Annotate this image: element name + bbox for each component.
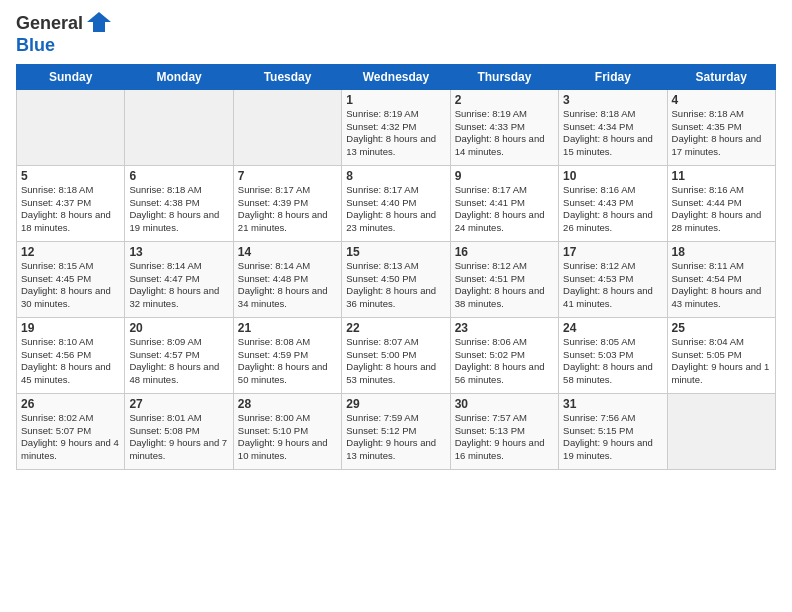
day-number: 19 [21, 321, 120, 335]
calendar-cell: 12Sunrise: 8:15 AM Sunset: 4:45 PM Dayli… [17, 241, 125, 317]
calendar-cell: 30Sunrise: 7:57 AM Sunset: 5:13 PM Dayli… [450, 393, 558, 469]
day-info: Sunrise: 8:08 AM Sunset: 4:59 PM Dayligh… [238, 336, 337, 387]
day-number: 7 [238, 169, 337, 183]
calendar-cell: 29Sunrise: 7:59 AM Sunset: 5:12 PM Dayli… [342, 393, 450, 469]
day-number: 6 [129, 169, 228, 183]
calendar-cell: 3Sunrise: 8:18 AM Sunset: 4:34 PM Daylig… [559, 89, 667, 165]
day-number: 26 [21, 397, 120, 411]
header: General Blue [16, 12, 776, 56]
calendar-cell: 18Sunrise: 8:11 AM Sunset: 4:54 PM Dayli… [667, 241, 775, 317]
day-info: Sunrise: 8:19 AM Sunset: 4:33 PM Dayligh… [455, 108, 554, 159]
day-info: Sunrise: 8:14 AM Sunset: 4:48 PM Dayligh… [238, 260, 337, 311]
day-number: 20 [129, 321, 228, 335]
day-info: Sunrise: 8:11 AM Sunset: 4:54 PM Dayligh… [672, 260, 771, 311]
day-number: 11 [672, 169, 771, 183]
weekday-header-friday: Friday [559, 64, 667, 89]
weekday-header-thursday: Thursday [450, 64, 558, 89]
calendar-cell: 28Sunrise: 8:00 AM Sunset: 5:10 PM Dayli… [233, 393, 341, 469]
calendar-cell: 2Sunrise: 8:19 AM Sunset: 4:33 PM Daylig… [450, 89, 558, 165]
day-number: 22 [346, 321, 445, 335]
day-number: 27 [129, 397, 228, 411]
day-number: 23 [455, 321, 554, 335]
weekday-header-tuesday: Tuesday [233, 64, 341, 89]
calendar-cell: 16Sunrise: 8:12 AM Sunset: 4:51 PM Dayli… [450, 241, 558, 317]
day-info: Sunrise: 8:01 AM Sunset: 5:08 PM Dayligh… [129, 412, 228, 463]
day-info: Sunrise: 8:17 AM Sunset: 4:40 PM Dayligh… [346, 184, 445, 235]
day-number: 5 [21, 169, 120, 183]
day-info: Sunrise: 8:07 AM Sunset: 5:00 PM Dayligh… [346, 336, 445, 387]
weekday-header-wednesday: Wednesday [342, 64, 450, 89]
calendar-cell: 8Sunrise: 8:17 AM Sunset: 4:40 PM Daylig… [342, 165, 450, 241]
calendar-cell: 1Sunrise: 8:19 AM Sunset: 4:32 PM Daylig… [342, 89, 450, 165]
calendar-cell: 21Sunrise: 8:08 AM Sunset: 4:59 PM Dayli… [233, 317, 341, 393]
day-info: Sunrise: 8:15 AM Sunset: 4:45 PM Dayligh… [21, 260, 120, 311]
day-number: 13 [129, 245, 228, 259]
day-number: 28 [238, 397, 337, 411]
calendar-cell: 19Sunrise: 8:10 AM Sunset: 4:56 PM Dayli… [17, 317, 125, 393]
calendar-cell: 20Sunrise: 8:09 AM Sunset: 4:57 PM Dayli… [125, 317, 233, 393]
day-number: 15 [346, 245, 445, 259]
logo-blue-text: Blue [16, 35, 55, 55]
day-info: Sunrise: 8:02 AM Sunset: 5:07 PM Dayligh… [21, 412, 120, 463]
day-number: 1 [346, 93, 445, 107]
weekday-header-monday: Monday [125, 64, 233, 89]
week-row-5: 26Sunrise: 8:02 AM Sunset: 5:07 PM Dayli… [17, 393, 776, 469]
calendar-cell: 22Sunrise: 8:07 AM Sunset: 5:00 PM Dayli… [342, 317, 450, 393]
logo-icon [85, 8, 113, 36]
day-info: Sunrise: 8:18 AM Sunset: 4:34 PM Dayligh… [563, 108, 662, 159]
day-info: Sunrise: 8:17 AM Sunset: 4:41 PM Dayligh… [455, 184, 554, 235]
day-info: Sunrise: 8:16 AM Sunset: 4:44 PM Dayligh… [672, 184, 771, 235]
day-info: Sunrise: 8:05 AM Sunset: 5:03 PM Dayligh… [563, 336, 662, 387]
weekday-header-row: SundayMondayTuesdayWednesdayThursdayFrid… [17, 64, 776, 89]
day-info: Sunrise: 8:06 AM Sunset: 5:02 PM Dayligh… [455, 336, 554, 387]
day-number: 10 [563, 169, 662, 183]
calendar-cell [17, 89, 125, 165]
day-number: 3 [563, 93, 662, 107]
day-info: Sunrise: 8:18 AM Sunset: 4:37 PM Dayligh… [21, 184, 120, 235]
calendar-cell [125, 89, 233, 165]
day-info: Sunrise: 8:17 AM Sunset: 4:39 PM Dayligh… [238, 184, 337, 235]
day-info: Sunrise: 8:13 AM Sunset: 4:50 PM Dayligh… [346, 260, 445, 311]
page: General Blue SundayMondayTuesdayWednesda… [0, 0, 792, 612]
day-number: 30 [455, 397, 554, 411]
calendar-cell: 9Sunrise: 8:17 AM Sunset: 4:41 PM Daylig… [450, 165, 558, 241]
calendar-cell: 5Sunrise: 8:18 AM Sunset: 4:37 PM Daylig… [17, 165, 125, 241]
day-number: 18 [672, 245, 771, 259]
calendar-cell: 27Sunrise: 8:01 AM Sunset: 5:08 PM Dayli… [125, 393, 233, 469]
calendar-cell: 23Sunrise: 8:06 AM Sunset: 5:02 PM Dayli… [450, 317, 558, 393]
calendar-cell: 13Sunrise: 8:14 AM Sunset: 4:47 PM Dayli… [125, 241, 233, 317]
week-row-4: 19Sunrise: 8:10 AM Sunset: 4:56 PM Dayli… [17, 317, 776, 393]
day-info: Sunrise: 8:12 AM Sunset: 4:51 PM Dayligh… [455, 260, 554, 311]
day-info: Sunrise: 7:59 AM Sunset: 5:12 PM Dayligh… [346, 412, 445, 463]
day-info: Sunrise: 8:18 AM Sunset: 4:35 PM Dayligh… [672, 108, 771, 159]
svg-marker-0 [87, 12, 111, 32]
calendar-cell: 11Sunrise: 8:16 AM Sunset: 4:44 PM Dayli… [667, 165, 775, 241]
day-number: 31 [563, 397, 662, 411]
day-number: 21 [238, 321, 337, 335]
day-info: Sunrise: 7:57 AM Sunset: 5:13 PM Dayligh… [455, 412, 554, 463]
day-number: 2 [455, 93, 554, 107]
calendar-cell: 26Sunrise: 8:02 AM Sunset: 5:07 PM Dayli… [17, 393, 125, 469]
calendar-cell: 7Sunrise: 8:17 AM Sunset: 4:39 PM Daylig… [233, 165, 341, 241]
weekday-header-sunday: Sunday [17, 64, 125, 89]
day-number: 29 [346, 397, 445, 411]
day-info: Sunrise: 8:18 AM Sunset: 4:38 PM Dayligh… [129, 184, 228, 235]
calendar-cell [667, 393, 775, 469]
weekday-header-saturday: Saturday [667, 64, 775, 89]
day-number: 9 [455, 169, 554, 183]
day-number: 8 [346, 169, 445, 183]
week-row-2: 5Sunrise: 8:18 AM Sunset: 4:37 PM Daylig… [17, 165, 776, 241]
calendar-cell: 25Sunrise: 8:04 AM Sunset: 5:05 PM Dayli… [667, 317, 775, 393]
day-info: Sunrise: 8:00 AM Sunset: 5:10 PM Dayligh… [238, 412, 337, 463]
day-info: Sunrise: 8:14 AM Sunset: 4:47 PM Dayligh… [129, 260, 228, 311]
day-info: Sunrise: 8:12 AM Sunset: 4:53 PM Dayligh… [563, 260, 662, 311]
calendar-cell: 15Sunrise: 8:13 AM Sunset: 4:50 PM Dayli… [342, 241, 450, 317]
calendar-cell: 4Sunrise: 8:18 AM Sunset: 4:35 PM Daylig… [667, 89, 775, 165]
logo-general-text: General [16, 13, 83, 33]
day-info: Sunrise: 8:19 AM Sunset: 4:32 PM Dayligh… [346, 108, 445, 159]
calendar-cell: 24Sunrise: 8:05 AM Sunset: 5:03 PM Dayli… [559, 317, 667, 393]
logo: General Blue [16, 12, 113, 56]
day-number: 12 [21, 245, 120, 259]
day-info: Sunrise: 8:04 AM Sunset: 5:05 PM Dayligh… [672, 336, 771, 387]
calendar-cell: 6Sunrise: 8:18 AM Sunset: 4:38 PM Daylig… [125, 165, 233, 241]
